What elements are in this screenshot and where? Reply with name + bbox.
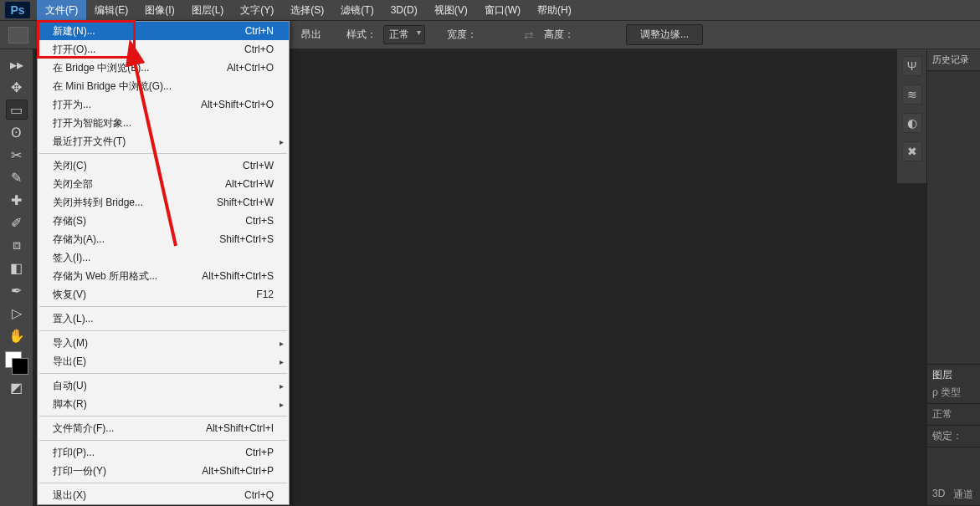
menu-close[interactable]: 关闭(C) Ctrl+W [38, 156, 289, 175]
menu-save-web[interactable]: 存储为 Web 所用格式... Alt+Shift+Ctrl+S [38, 267, 289, 285]
path-select-tool[interactable]: ▷ [6, 303, 28, 323]
history-panel-body [927, 71, 980, 364]
menu-revert-shortcut: F12 [256, 289, 274, 300]
eraser-tool[interactable]: ◧ [6, 258, 28, 278]
menu-open[interactable]: 打开(O)... Ctrl+O [38, 40, 289, 59]
menu-save-as-label: 存储为(A)... [53, 233, 105, 247]
menu-file-info-shortcut: Alt+Shift+Ctrl+I [206, 422, 274, 434]
style-select[interactable]: 正常 [383, 25, 425, 44]
menu-image[interactable]: 图像(I) [136, 0, 182, 21]
menu-window[interactable]: 窗口(W) [476, 0, 529, 21]
panel-channels-tab[interactable]: 通道 [953, 488, 973, 502]
hidden-peek-label: 昂出 [301, 28, 321, 42]
menu-open-as-shortcut: Alt+Shift+Ctrl+O [201, 99, 274, 110]
menu-browse-bridge[interactable]: 在 Bridge 中浏览(B)... Alt+Ctrl+O [38, 59, 289, 77]
menu-automate[interactable]: 自动(U) [38, 376, 289, 395]
menu-save[interactable]: 存储(S) Ctrl+S [38, 212, 289, 230]
menu-file[interactable]: 文件(F) [37, 0, 86, 21]
menu-separator [39, 483, 287, 483]
menu-exit-shortcut: Ctrl+Q [244, 489, 274, 501]
menu-separator [39, 330, 287, 331]
menu-bar: 文件(F) 编辑(E) 图像(I) 图层(L) 文字(Y) 选择(S) 滤镜(T… [0, 0, 980, 21]
lasso-tool[interactable]: ʘ [6, 122, 28, 142]
menu-open-as-label: 打开为... [53, 98, 91, 112]
menu-close-bridge-shortcut: Shift+Ctrl+W [217, 197, 274, 208]
menu-separator [39, 153, 287, 154]
quickmask-tool[interactable]: ◩ [6, 377, 28, 397]
menu-save-web-shortcut: Alt+Shift+Ctrl+S [202, 270, 274, 282]
menu-export-label: 导出(E) [53, 355, 86, 369]
menu-scripts[interactable]: 脚本(R) [38, 395, 289, 413]
menu-save-as[interactable]: 存储为(A)... Shift+Ctrl+S [38, 230, 289, 248]
properties-panel-icon[interactable]: ✖ [902, 141, 922, 161]
color-swatches[interactable] [5, 351, 28, 375]
menu-open-as[interactable]: 打开为... Alt+Shift+Ctrl+O [38, 95, 289, 114]
menu-print-one[interactable]: 打印一份(Y) Alt+Shift+Ctrl+P [38, 462, 289, 480]
layers-kind-row[interactable]: ρ 类型 [932, 386, 975, 400]
background-color[interactable] [12, 358, 28, 375]
menu-file-info[interactable]: 文件简介(F)... Alt+Shift+Ctrl+I [38, 419, 289, 437]
width-label: 宽度： [447, 28, 477, 42]
crop-tool[interactable]: ✂ [6, 145, 28, 165]
menu-print[interactable]: 打印(P)... Ctrl+P [38, 443, 289, 462]
menu-browse-bridge-label: 在 Bridge 中浏览(B)... [53, 61, 149, 75]
height-label: 高度： [544, 28, 574, 42]
pen-tool[interactable]: ✒ [6, 280, 28, 300]
eyedropper-tool[interactable]: ✎ [6, 167, 28, 187]
clone-stamp-tool[interactable]: ⧈ [6, 235, 28, 255]
refine-edge-button[interactable]: 调整边缘... [626, 24, 703, 45]
menu-close-all-shortcut: Alt+Ctrl+W [225, 178, 274, 190]
layers-panel-tab[interactable]: 图层 [932, 368, 975, 382]
menu-text[interactable]: 文字(Y) [232, 0, 282, 21]
menu-view[interactable]: 视图(V) [426, 0, 476, 21]
panel-3d-tab[interactable]: 3D [932, 488, 945, 502]
history-panel-tab[interactable]: 历史记录 [927, 49, 980, 71]
menu-browse-minibridge[interactable]: 在 Mini Bridge 中浏览(G)... [38, 77, 289, 95]
right-icon-column: Ψ ≋ ◐ ✖ [896, 49, 926, 183]
menu-new[interactable]: 新建(N)... Ctrl+N [38, 22, 289, 40]
menu-place[interactable]: 置入(L)... [38, 309, 289, 328]
layers-blend-mode[interactable]: 正常 [932, 407, 975, 422]
menu-layer[interactable]: 图层(L) [183, 0, 233, 21]
brush-tool[interactable]: ✐ [6, 212, 28, 233]
rect-marquee-tool[interactable]: ▭ [6, 100, 28, 120]
healing-brush-tool[interactable]: ✚ [6, 190, 28, 210]
hand-tool[interactable]: ✋ [6, 325, 28, 345]
swatches-panel-icon[interactable]: ≋ [902, 84, 922, 105]
menu-save-label: 存储(S) [53, 214, 86, 228]
menu-open-smart[interactable]: 打开为智能对象... [38, 114, 289, 132]
adjustments-panel-icon[interactable]: ◐ [902, 113, 922, 133]
menu-print-label: 打印(P)... [53, 446, 95, 460]
app-logo: Ps [5, 2, 30, 18]
menu-revert-label: 恢复(V) [53, 288, 86, 302]
menu-import[interactable]: 导入(M) [38, 334, 289, 352]
menu-filter[interactable]: 滤镜(T) [332, 0, 382, 21]
menu-checkin-label: 签入(I)... [53, 251, 90, 265]
menu-edit[interactable]: 编辑(E) [86, 0, 136, 21]
menu-help[interactable]: 帮助(H) [529, 0, 580, 21]
collapse-tools-icon[interactable]: ▸▸ [6, 54, 28, 74]
menu-save-as-shortcut: Shift+Ctrl+S [219, 233, 274, 245]
menu-select[interactable]: 选择(S) [282, 0, 332, 21]
menu-recent-label: 最近打开文件(T) [53, 135, 126, 149]
tool-preset-swatch[interactable] [8, 27, 28, 43]
layers-lock-label: 锁定： [932, 429, 975, 443]
menu-browse-minibridge-label: 在 Mini Bridge 中浏览(G)... [53, 79, 172, 94]
menu-checkin[interactable]: 签入(I)... [38, 248, 289, 267]
move-tool[interactable]: ✥ [6, 77, 28, 97]
menu-exit-label: 退出(X) [53, 488, 86, 503]
menu-place-label: 置入(L)... [53, 312, 94, 326]
menu-open-smart-label: 打开为智能对象... [53, 116, 131, 130]
menu-recent[interactable]: 最近打开文件(T) [38, 132, 289, 151]
swap-wh-icon[interactable]: ⇄ [521, 28, 537, 42]
menu-close-bridge[interactable]: 关闭并转到 Bridge... Shift+Ctrl+W [38, 193, 289, 212]
menu-close-all[interactable]: 关闭全部 Alt+Ctrl+W [38, 175, 289, 193]
menu-3d[interactable]: 3D(D) [382, 1, 426, 19]
menu-print-one-label: 打印一份(Y) [53, 464, 106, 478]
menu-export[interactable]: 导出(E) [38, 352, 289, 371]
menu-open-label: 打开(O)... [53, 43, 95, 57]
brush-panel-icon[interactable]: Ψ [902, 56, 922, 76]
menu-import-label: 导入(M) [53, 336, 88, 350]
menu-exit[interactable]: 退出(X) Ctrl+Q [38, 486, 289, 504]
menu-revert[interactable]: 恢复(V) F12 [38, 285, 289, 304]
